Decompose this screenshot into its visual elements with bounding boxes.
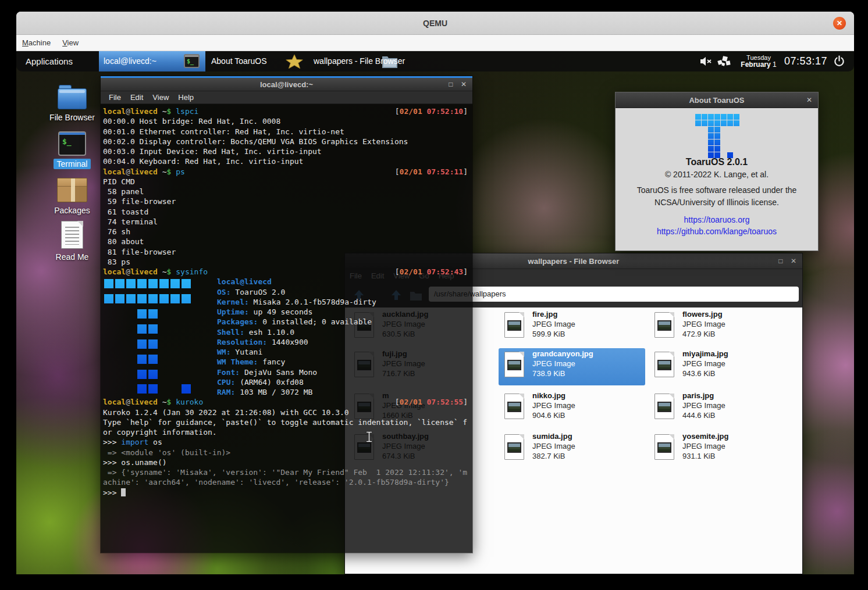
file-flowers-jpg[interactable]: flowers.jpgJPEG Image472.9 KiB [649,309,795,346]
terminal-line: 00:04.0 Keyboard: Red Hat, Inc. virtio-i… [103,157,472,167]
github-link[interactable]: https://github.com/klange/toaruos [657,227,777,236]
file-name: miyajima.jpg [682,349,728,359]
file-size: 904.6 KiB [532,410,565,420]
terminal-line: local@livecd ~$ lspci[02/01 07:52:10] [103,107,472,117]
terminal-line: 00:03.0 Input Device: Red Hat, Inc. virt… [103,147,472,157]
terminal-line: 80 about [103,237,472,247]
file-sumida-jpg[interactable]: sumida.jpgJPEG Image382.7 KiB [499,431,645,468]
maximize-icon[interactable]: □ [449,80,453,88]
file-size: 599.9 KiB [532,329,565,339]
volume-muted-icon[interactable] [700,56,714,77]
terminal-line: or copyright information. [103,428,472,438]
applications-menu[interactable]: Applications [26,51,73,71]
terminal-menu-file[interactable]: File [109,91,121,104]
taskbar-window-1[interactable]: About ToaruOS [207,51,307,71]
image-file-icon [504,394,524,419]
file-grandcanyon-jpg[interactable]: grandcanyon.jpgJPEG Image738.9 KiB [499,348,645,385]
taskbar-window-2[interactable]: wallpapers - File Browser [309,51,421,71]
desktop-icon-label: File Browser [46,112,98,123]
date-day: 1 [773,60,777,69]
close-icon[interactable]: ✕ [461,80,467,88]
file-miyajima-jpg[interactable]: miyajima.jpgJPEG Image943.6 KiB [649,348,795,385]
photo-thumbnail [657,320,671,331]
file-name: grandcanyon.jpg [532,349,593,359]
toaruos-link[interactable]: https://toaruos.org [684,215,750,224]
terminal-line: >>> [103,488,472,498]
close-icon[interactable]: ✕ [791,257,796,265]
desktop-icon-terminal[interactable]: $_Terminal [42,131,102,169]
maximize-icon[interactable]: □ [778,257,782,265]
desktop-icon-label: Packages [51,205,93,216]
terminal-line: 83 ps [103,258,472,267]
qemu-menubar: MachineView [16,35,854,51]
desktop-icon-label: Read Me [52,252,93,262]
terminal-line: 61 toastd [103,208,472,217]
image-file-icon [654,434,674,460]
terminal-timestamp: [02/01 07:52:11] [395,167,468,176]
about-copyright: © 2011-2022 K. Lange, et al. [616,170,818,179]
close-icon[interactable]: ✕ [833,17,846,30]
taskbar: Applications $_local@livecd:~About Toaru… [16,51,854,71]
file-type: JPEG Image [682,401,725,410]
file-type: JPEG Image [532,401,575,410]
photo-thumbnail [657,442,671,453]
document-icon [61,221,83,249]
terminal-menu-help[interactable]: Help [178,91,194,104]
about-license-line1: ToaruOS is free software released under … [616,185,818,195]
terminal-title: local@livecd:~ [101,78,472,91]
file-type: JPEG Image [532,441,575,451]
taskbar-window-title: About ToaruOS [207,51,307,71]
terminal-line: local@livecd ~$ ps[02/01 07:52:11] [103,167,472,177]
terminal-line: 00:00.0 Host bridge: Red Hat, Inc. 0008 [103,117,472,127]
photo-thumbnail [507,402,521,412]
qemu-title: QEMU [16,12,854,35]
photo-thumbnail [507,360,521,370]
clock-display[interactable]: 07:53:17 [784,51,827,71]
desktop-icon-file-browser[interactable]: File Browser [42,85,102,123]
qemu-menu-machine[interactable]: Machine [16,35,56,51]
taskbar-window-0[interactable]: $_local@livecd:~ [99,51,205,71]
network-icon[interactable] [716,55,732,76]
date-display[interactable]: Tuesday February 1 [735,51,782,71]
taskbar-window-title: wallpapers - File Browser [309,51,421,71]
file-fire-jpg[interactable]: fire.jpgJPEG Image599.9 KiB [499,309,645,346]
desktop-icon-packages[interactable]: Packages [42,178,102,216]
file-paris-jpg[interactable]: paris.jpgJPEG Image444.6 KiB [649,390,795,427]
terminal-line: achine': 'aarch64', 'nodename': 'livecd'… [103,478,472,488]
terminal-line: 00:02.0 Display controller: Bochs/QEMU V… [103,137,472,147]
terminal-menu-edit[interactable]: Edit [130,91,143,104]
photo-thumbnail [507,320,521,331]
terminal-titlebar[interactable]: local@livecd:~ □ ✕ [101,78,472,91]
toaruos-logo-icon [695,114,740,159]
about-version: ToaruOS 2.0.1 [616,157,818,167]
path-input[interactable]: /usr/share/wallpapers [429,287,799,302]
terminal-menu-view[interactable]: View [152,91,169,104]
file-nikko-jpg[interactable]: nikko.jpgJPEG Image904.6 KiB [499,390,645,427]
about-license-line2: NCSA/University of Illinois license. [616,198,818,207]
image-file-icon [654,312,674,338]
file-size: 931.1 KiB [682,451,715,461]
terminal-line: >>> import os [103,438,472,448]
terminal-line: PID CMD [103,177,472,187]
file-type: JPEG Image [532,319,575,329]
terminal-window: local@livecd:~ □ ✕ FileEditViewHelp loca… [100,76,473,553]
power-icon[interactable] [833,55,845,76]
qemu-menu-view[interactable]: View [56,35,84,51]
file-name: flowers.jpg [682,309,723,319]
about-titlebar[interactable]: About ToaruOS ✕ [616,92,818,108]
terminal-line: => {'sysname': 'Misaka', 'version': '"De… [103,468,472,478]
file-size: 382.7 KiB [532,451,565,461]
terminal-cursor [121,488,126,496]
terminal-line: => <module 'os' (built-in)> [103,448,472,458]
close-icon[interactable]: ✕ [806,96,812,104]
qemu-titlebar[interactable]: QEMU ✕ [16,12,854,35]
terminal-content[interactable]: local@livecd ~$ lspci[02/01 07:52:10]00:… [101,104,472,553]
photo-thumbnail [507,442,521,453]
terminal-line: 74 terminal [103,217,472,227]
date-month: February [741,60,770,69]
terminal-menubar: FileEditViewHelp [101,91,472,104]
file-name: nikko.jpg [532,391,565,401]
vm-display: wallpapers - File Browser □ ✕ FileEditVi… [16,51,854,574]
desktop-icon-read-me[interactable]: Read Me [42,221,102,262]
file-yosemite-jpg[interactable]: yosemite.jpgJPEG Image931.1 KiB [649,431,795,468]
